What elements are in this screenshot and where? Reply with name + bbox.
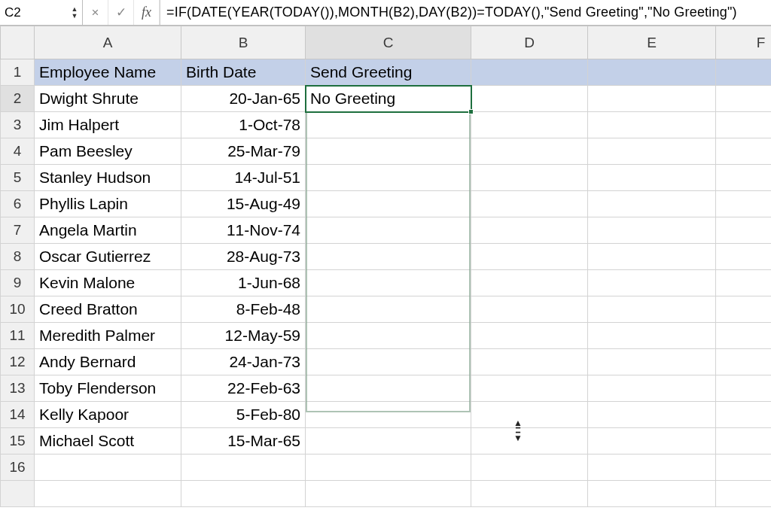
cell-B14[interactable]: 5-Feb-80 — [181, 402, 306, 428]
name-box[interactable]: C2 — [0, 5, 67, 20]
cell-F2[interactable] — [716, 86, 772, 112]
spreadsheet-grid[interactable]: A B C D E F 1 Employee Name Birth Date S… — [0, 26, 771, 507]
cell-E6[interactable] — [588, 191, 716, 217]
cell-C9[interactable] — [306, 270, 471, 296]
cell-C5[interactable] — [306, 165, 471, 191]
cell-C11[interactable] — [306, 323, 471, 349]
row-header-1[interactable]: 1 — [1, 59, 35, 86]
cell-E3[interactable] — [588, 112, 716, 138]
accept-formula-button[interactable]: ✓ — [108, 0, 134, 25]
cell-D5[interactable] — [471, 165, 588, 191]
cell-F3[interactable] — [716, 112, 772, 138]
cell-E9[interactable] — [588, 270, 716, 296]
cell-B1[interactable]: Birth Date — [181, 59, 306, 86]
formula-input[interactable]: =IF(DATE(YEAR(TODAY()),MONTH(B2),DAY(B2)… — [160, 0, 771, 25]
name-box-stepper[interactable]: ▲ ▼ — [67, 0, 82, 25]
row-header-8[interactable]: 8 — [1, 244, 35, 270]
cell-D10[interactable] — [471, 296, 588, 323]
cell-F12[interactable] — [716, 349, 772, 375]
cell-D1[interactable] — [471, 59, 588, 86]
cell-F17[interactable] — [716, 481, 772, 507]
cell-C12[interactable] — [306, 349, 471, 375]
col-header-D[interactable]: D — [471, 26, 588, 59]
cell-B10[interactable]: 8-Feb-48 — [181, 296, 306, 323]
cell-D17[interactable] — [471, 481, 588, 507]
cell-A12[interactable]: Andy Bernard — [35, 349, 181, 375]
cell-E5[interactable] — [588, 165, 716, 191]
cell-E2[interactable] — [588, 86, 716, 112]
cell-F7[interactable] — [716, 217, 772, 244]
cell-D12[interactable] — [471, 349, 588, 375]
select-all-corner[interactable] — [1, 26, 35, 59]
row-header-16[interactable]: 16 — [1, 454, 35, 481]
cell-A7[interactable]: Angela Martin — [35, 217, 181, 244]
cell-D8[interactable] — [471, 244, 588, 270]
cell-E16[interactable] — [588, 454, 716, 481]
cell-B7[interactable]: 11-Nov-74 — [181, 217, 306, 244]
cell-A15[interactable]: Michael Scott — [35, 428, 181, 454]
cell-D16[interactable] — [471, 454, 588, 481]
cell-F4[interactable] — [716, 138, 772, 165]
cell-A17[interactable] — [35, 481, 181, 507]
cell-E17[interactable] — [588, 481, 716, 507]
cell-D6[interactable] — [471, 191, 588, 217]
col-header-C[interactable]: C — [306, 26, 471, 59]
cell-A16[interactable] — [35, 454, 181, 481]
cell-C17[interactable] — [306, 481, 471, 507]
cell-C4[interactable] — [306, 138, 471, 165]
cell-F10[interactable] — [716, 296, 772, 323]
cell-F11[interactable] — [716, 323, 772, 349]
cell-A2[interactable]: Dwight Shrute — [35, 86, 181, 112]
cell-D2[interactable] — [471, 86, 588, 112]
cell-C8[interactable] — [306, 244, 471, 270]
cell-B16[interactable] — [181, 454, 306, 481]
col-header-F[interactable]: F — [716, 26, 772, 59]
cell-C7[interactable] — [306, 217, 471, 244]
cell-B15[interactable]: 15-Mar-65 — [181, 428, 306, 454]
cell-F13[interactable] — [716, 375, 772, 402]
cell-D13[interactable] — [471, 375, 588, 402]
cell-C14[interactable] — [306, 402, 471, 428]
fill-handle[interactable] — [468, 109, 474, 114]
cell-D3[interactable] — [471, 112, 588, 138]
cell-E8[interactable] — [588, 244, 716, 270]
col-header-A[interactable]: A — [35, 26, 181, 59]
col-header-E[interactable]: E — [588, 26, 716, 59]
row-header-6[interactable]: 6 — [1, 191, 35, 217]
row-header-15[interactable]: 15 — [1, 428, 35, 454]
cell-B9[interactable]: 1-Jun-68 — [181, 270, 306, 296]
cell-F8[interactable] — [716, 244, 772, 270]
cell-B12[interactable]: 24-Jan-73 — [181, 349, 306, 375]
cell-C15[interactable] — [306, 428, 471, 454]
cell-E12[interactable] — [588, 349, 716, 375]
cell-B8[interactable]: 28-Aug-73 — [181, 244, 306, 270]
cell-E15[interactable] — [588, 428, 716, 454]
row-header-2[interactable]: 2 — [1, 86, 35, 112]
row-header-9[interactable]: 9 — [1, 270, 35, 296]
cell-A8[interactable]: Oscar Gutierrez — [35, 244, 181, 270]
col-header-B[interactable]: B — [181, 26, 306, 59]
cell-E13[interactable] — [588, 375, 716, 402]
cell-B17[interactable] — [181, 481, 306, 507]
row-header-10[interactable]: 10 — [1, 296, 35, 323]
cell-D11[interactable] — [471, 323, 588, 349]
cell-D7[interactable] — [471, 217, 588, 244]
cell-B11[interactable]: 12-May-59 — [181, 323, 306, 349]
row-header-11[interactable]: 11 — [1, 323, 35, 349]
row-header-7[interactable]: 7 — [1, 217, 35, 244]
cell-F6[interactable] — [716, 191, 772, 217]
cell-A4[interactable]: Pam Beesley — [35, 138, 181, 165]
cell-B5[interactable]: 14-Jul-51 — [181, 165, 306, 191]
cell-B4[interactable]: 25-Mar-79 — [181, 138, 306, 165]
cell-A6[interactable]: Phyllis Lapin — [35, 191, 181, 217]
row-header-13[interactable]: 13 — [1, 375, 35, 402]
cell-F5[interactable] — [716, 165, 772, 191]
cell-A13[interactable]: Toby Flenderson — [35, 375, 181, 402]
cell-F14[interactable] — [716, 402, 772, 428]
cell-A11[interactable]: Meredith Palmer — [35, 323, 181, 349]
cell-D4[interactable] — [471, 138, 588, 165]
row-header-4[interactable]: 4 — [1, 138, 35, 165]
cell-A3[interactable]: Jim Halpert — [35, 112, 181, 138]
row-header-17[interactable] — [1, 481, 35, 507]
fx-button[interactable]: fx — [134, 0, 160, 25]
